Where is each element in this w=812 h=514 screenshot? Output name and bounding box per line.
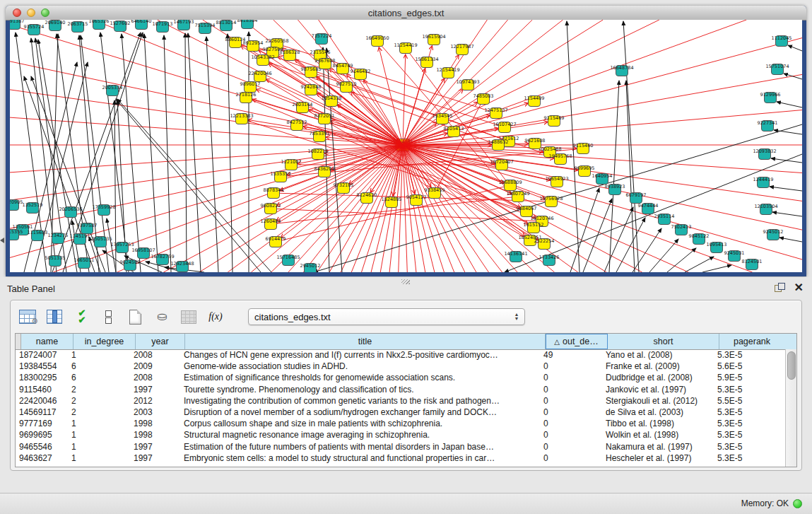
graph-node[interactable]: 1065326 [89,20,110,30]
table-row[interactable]: 2242004622012Investigating the contribut… [16,395,785,407]
graph-node[interactable]: 2069140 [45,20,66,31]
graph-node[interactable]: 8436204 [314,166,335,177]
graph-node[interactable]: 8813014 [216,20,237,31]
table-body[interactable]: 1872400712008Changes of HCN gene express… [16,349,785,467]
graph-node[interactable]: 1260484 [261,218,281,230]
graph-node[interactable]: 2803144 [293,102,313,113]
graph-node[interactable]: 9355724 [24,24,45,35]
graph-node[interactable]: 1488632 [488,139,509,151]
graph-node[interactable]: 7357224 [312,33,332,45]
table-row[interactable]: 946554611997Estimation of the future num… [16,441,785,452]
table-row[interactable]: 977716911998Corpus callosum shape and si… [16,418,785,429]
graph-node[interactable]: 3915355 [10,229,23,240]
graph-node[interactable]: 2935114 [654,214,675,225]
graph-node[interactable]: 1112045 [772,35,792,47]
graph-node[interactable]: 8124620 [357,192,377,204]
graph-node[interactable]: 1244419 [753,177,774,188]
graph-node[interactable]: 1665011 [74,257,95,269]
row-height-button[interactable] [98,307,118,327]
graph-node[interactable]: 12093832 [753,148,776,160]
graph-node[interactable]: 11254419 [394,42,417,54]
graph-node[interactable]: 15861334 [415,57,438,68]
graph-node[interactable]: 9227341 [758,120,778,132]
show-columns-button[interactable] [45,307,64,327]
graph-node[interactable]: 10543382 [251,54,274,66]
table-row[interactable]: 1830029562008Estimation of significance … [16,372,785,383]
graph-node[interactable]: 12103504 [754,204,777,215]
graph-node[interactable]: 9024502 [120,259,141,271]
select-rows-button[interactable]: ✔✔ [71,307,91,327]
panel-collapse-arrow[interactable] [0,238,4,243]
graph-node[interactable]: 8912954 [243,40,264,52]
graph-node[interactable]: 9896017 [240,81,261,93]
table-row[interactable]: 1456911722003Disruption of a novel membe… [16,407,785,418]
table-row[interactable]: 911546021997Tourette syndrome. Phenomeno… [16,384,785,395]
function-builder-button[interactable]: f(x) [206,307,225,327]
graph-node[interactable]: 2522254 [534,238,555,250]
graph-node[interactable]: 17359928 [92,204,115,216]
graph-node[interactable]: 9397587 [77,223,98,234]
graph-node[interactable]: 14136141 [504,251,527,262]
graph-node[interactable]: 1920905 [10,199,23,211]
graph-node[interactable]: 2091387 [10,20,24,30]
graph-node[interactable]: 5051335 [45,255,66,267]
graph-node[interactable]: 1071913 [153,21,173,33]
import-table-button[interactable] [179,307,199,327]
graph-node[interactable]: 2718126 [236,92,257,103]
graph-node[interactable]: 20206536 [59,206,82,218]
table-row[interactable]: 969969511998Structural magnetic resonanc… [16,429,785,440]
graph-node[interactable]: 7515394 [195,23,216,34]
graph-node[interactable]: 6466140 [131,20,152,30]
network-canvas[interactable]: 1724061209138793557242069140206371510653… [10,20,802,272]
graph-node[interactable]: 8124501 [742,259,763,270]
graph-node[interactable]: 1115683 [28,230,48,241]
delete-table-button[interactable]: ⛀ [152,307,172,327]
graph-node[interactable]: 8938923 [605,184,625,195]
graph-node[interactable]: 6679197 [626,192,647,204]
graph-node[interactable]: 8618304 [237,20,258,29]
graph-node[interactable]: 9338459 [425,187,445,199]
graph-node[interactable]: 12217987 [450,44,473,55]
graph-node[interactable]: 9245012 [763,229,784,240]
graph-node[interactable]: 15751074 [765,64,789,75]
graph-node[interactable]: 12213383 [230,113,253,124]
graph-node[interactable]: 19495768 [548,153,572,165]
graph-node[interactable]: 17957253 [110,242,134,253]
graph-node[interactable]: 1535359 [271,171,291,182]
new-table-button[interactable] [125,307,145,327]
graph-node[interactable]: 9115460 [573,143,594,154]
graph-node[interactable]: 18720407 [490,159,513,170]
graph-node[interactable]: 2005334 [102,85,123,96]
column-header-year[interactable]: year [136,334,185,349]
graph-node[interactable]: 9608222 [261,203,281,214]
graph-node[interactable]: 1154409 [524,95,545,107]
graph-node[interactable]: 16648784 [610,65,633,76]
graph-node[interactable]: 19615904 [422,34,445,45]
column-header-pagerank[interactable]: pagerank [719,334,784,349]
graph-node[interactable]: 7485083 [473,93,494,105]
vertical-scrollbar[interactable] [785,349,796,467]
graph-node[interactable]: 9115469 [544,115,565,127]
graph-node[interactable]: 9146482 [351,69,371,80]
graph-node[interactable]: 1221007 [281,159,302,170]
graph-node[interactable]: 2063715 [68,21,88,33]
graph-node[interactable]: 7853391 [310,131,330,142]
graph-node[interactable]: 16107427 [493,122,516,133]
table-selector-dropdown[interactable]: citations_edges.txt ▲▼ [248,308,525,325]
column-header-out_de[interactable]: △out_de… [546,334,608,349]
column-header-in_degree[interactable]: in_degree [73,334,136,349]
table-settings-button[interactable]: ⚙ [18,307,37,327]
graph-node[interactable]: 1527602 [110,21,131,32]
graph-node[interactable]: 1524805 [382,197,402,208]
graph-node[interactable]: 16649050 [365,35,389,47]
graph-node[interactable]: 12154419 [436,67,459,78]
graph-node[interactable]: 8878344 [264,187,284,199]
graph-node[interactable]: 10974393 [456,79,479,90]
graph-node[interactable]: 9129966 [760,92,781,103]
graph-node[interactable]: 8186328 [280,49,300,61]
graph-node[interactable]: 1467193 [174,20,194,30]
column-header-short[interactable]: short [608,334,719,349]
table-row[interactable]: 1872400712008Changes of HCN gene express… [16,349,785,361]
graph-node[interactable]: 1733426 [539,255,560,266]
splitter-grip[interactable] [401,279,410,284]
